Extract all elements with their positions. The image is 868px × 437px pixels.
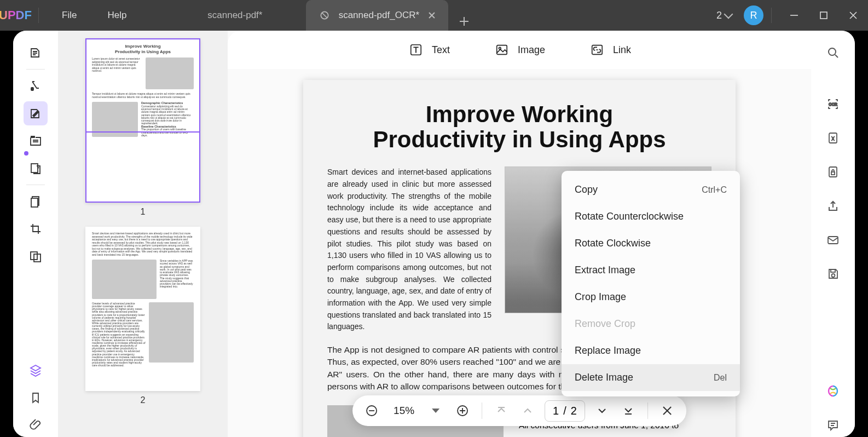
- thumbnail-page-2[interactable]: Smart devices and internet-based applica…: [85, 227, 200, 391]
- svg-rect-18: [831, 172, 835, 175]
- titlebar-right: 2 R: [716, 0, 868, 31]
- bookmark-tool[interactable]: [24, 386, 48, 410]
- reader-tool[interactable]: [24, 41, 48, 65]
- app-logo[interactable]: UPDF: [0, 0, 31, 31]
- zoom-dropdown[interactable]: [427, 401, 445, 420]
- window-close-button[interactable]: [838, 0, 868, 31]
- zoom-in-button[interactable]: [453, 401, 472, 420]
- svg-rect-2: [31, 88, 33, 90]
- zoom-value: 15%: [389, 405, 419, 417]
- comment-panel-tool[interactable]: [821, 413, 845, 437]
- left-tool-column: [13, 31, 58, 437]
- close-icon[interactable]: [428, 12, 436, 19]
- tab-label: scanned-pdf*: [207, 10, 262, 21]
- tab-inactive[interactable]: scanned-pdf*: [164, 0, 306, 31]
- next-page-button[interactable]: [593, 401, 611, 420]
- svg-text:OCR: OCR: [829, 102, 837, 106]
- svg-point-14: [829, 48, 836, 55]
- email-tool[interactable]: [821, 228, 845, 252]
- image-icon: [494, 42, 510, 58]
- link-tool-button[interactable]: Link: [589, 42, 631, 58]
- attachment-tool[interactable]: [24, 413, 48, 437]
- page-tool[interactable]: [24, 189, 48, 214]
- prev-page-button[interactable]: [518, 401, 537, 420]
- search-tool[interactable]: [821, 41, 845, 65]
- separator: [771, 8, 772, 23]
- chevron-down-icon[interactable]: [724, 10, 733, 19]
- zoom-out-button[interactable]: [362, 401, 381, 420]
- svg-rect-1: [820, 12, 827, 19]
- convert-tool[interactable]: [821, 126, 845, 150]
- tab-active[interactable]: scanned-pdf_OCR*: [306, 0, 448, 31]
- share-tool[interactable]: [821, 194, 845, 218]
- page-input[interactable]: 1 / 2: [545, 400, 585, 422]
- ctx-copy[interactable]: Copy Ctrl+C: [562, 176, 740, 203]
- thumbnail-panel: Improve WorkingProductivity in Using App…: [58, 31, 228, 437]
- ctx-rotate-ccw[interactable]: Rotate Counterclockwise: [562, 203, 740, 230]
- thumbnail-item-2[interactable]: Smart devices and internet-based applica…: [85, 227, 200, 405]
- layers-tool[interactable]: [24, 358, 48, 382]
- close-controls-button[interactable]: [658, 401, 676, 420]
- svg-point-21: [832, 274, 835, 277]
- page-current: 1: [553, 405, 559, 417]
- thumbnail-number: 1: [141, 207, 146, 217]
- page-separator: /: [563, 405, 566, 417]
- ctx-rotate-cw[interactable]: Rotate Clockwise: [562, 230, 740, 257]
- text-icon: [408, 42, 424, 58]
- forms-tool[interactable]: [24, 156, 48, 180]
- text-tool-button[interactable]: Text: [408, 42, 450, 58]
- thumbnail-item-1[interactable]: Improve WorkingProductivity in Using App…: [85, 38, 200, 217]
- svg-rect-20: [831, 269, 835, 272]
- separator: [26, 69, 45, 70]
- logo-text: UPDF: [0, 8, 32, 22]
- ctx-remove-crop: Remove Crop: [562, 311, 740, 337]
- tab-unsaved-icon: [319, 9, 330, 22]
- first-page-button[interactable]: [492, 401, 511, 420]
- crop-tool[interactable]: [24, 217, 48, 241]
- center-panel: Text Image Link Improve Working Producti…: [228, 31, 811, 437]
- ai-tool[interactable]: [821, 379, 845, 403]
- separator: [26, 185, 45, 185]
- organize-tool[interactable]: [24, 129, 48, 153]
- separator: [38, 8, 39, 23]
- watermark-tool[interactable]: [24, 244, 48, 268]
- page-total: 2: [571, 405, 577, 417]
- ctx-delete-image[interactable]: Delete Image Del: [562, 364, 740, 391]
- edit-tool[interactable]: [24, 101, 48, 125]
- ctx-replace-image[interactable]: Replace Image: [562, 337, 740, 364]
- title-bar: UPDF File Help scanned-pdf* scanned-pdf_…: [0, 0, 868, 31]
- menu-file[interactable]: File: [47, 10, 92, 21]
- svg-rect-3: [31, 164, 38, 173]
- thumbnail-number: 2: [141, 395, 146, 405]
- window-maximize-button[interactable]: [809, 0, 838, 31]
- chevron-down-icon: [432, 406, 441, 415]
- menu-help[interactable]: Help: [92, 10, 142, 21]
- right-tool-column: OCR: [811, 31, 855, 437]
- app-body: Improve WorkingProductivity in Using App…: [13, 31, 855, 437]
- ctx-extract-image[interactable]: Extract Image: [562, 257, 740, 284]
- svg-rect-19: [828, 237, 838, 244]
- avatar[interactable]: R: [744, 5, 763, 25]
- separator: [482, 403, 482, 419]
- separator: [647, 403, 648, 419]
- tab-label: scanned-pdf_OCR*: [339, 10, 419, 21]
- new-tab-button[interactable]: [455, 12, 473, 31]
- tab-strip: scanned-pdf* scanned-pdf_OCR*: [164, 0, 473, 31]
- page-title: Improve Working Productivity in Using Ap…: [327, 102, 711, 152]
- left-text-block: Smart devices and internet-based applica…: [327, 166, 491, 333]
- edit-toolbar: Text Image Link: [228, 31, 811, 69]
- close-icon: [662, 405, 673, 416]
- svg-rect-5: [31, 198, 38, 207]
- image-tool-button[interactable]: Image: [494, 42, 545, 58]
- ctx-crop-image[interactable]: Crop Image: [562, 284, 740, 311]
- window-minimize-button[interactable]: [779, 0, 809, 31]
- link-tool-label: Link: [613, 44, 631, 56]
- comment-tool[interactable]: [24, 74, 48, 98]
- thumbnail-page-1[interactable]: Improve WorkingProductivity in Using App…: [85, 38, 200, 203]
- account-number[interactable]: 2: [716, 10, 722, 21]
- last-page-button[interactable]: [619, 401, 638, 420]
- ocr-tool[interactable]: OCR: [821, 92, 845, 116]
- protect-tool[interactable]: [821, 160, 845, 184]
- save-tool[interactable]: [821, 262, 845, 286]
- text-tool-label: Text: [432, 44, 450, 56]
